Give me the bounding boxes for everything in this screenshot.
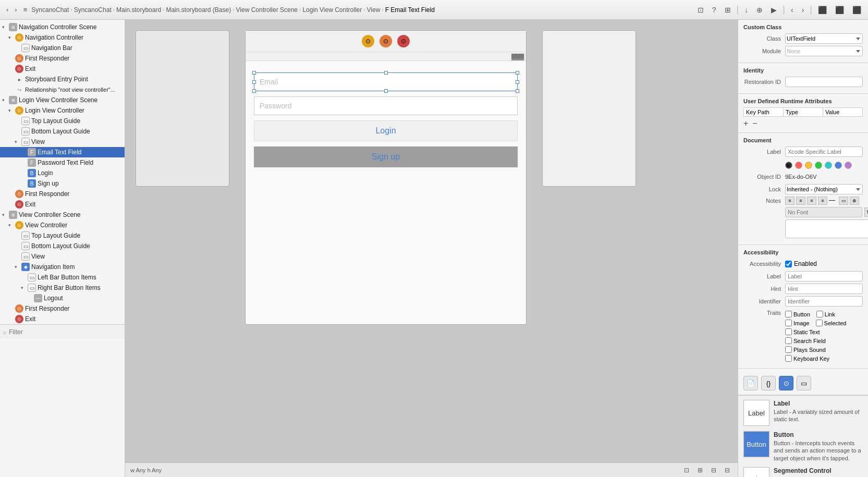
debug-toggle[interactable]: ⬛ (833, 5, 847, 15)
nav-item-navigation-item[interactable]: ◆ Navigation Item (0, 262, 125, 272)
breadcrumb-item-7[interactable]: View (367, 6, 381, 14)
zoom-fit-button[interactable]: ⊡ (681, 466, 692, 475)
nav-item-signup-btn[interactable]: B Sign up (0, 178, 125, 189)
nav-item-first-responder-3[interactable]: ⊙ First Responder (0, 303, 125, 314)
accessibility-enabled-checkbox[interactable] (785, 261, 792, 267)
nav-item-password-text-field[interactable]: F Password Text Field (0, 157, 125, 168)
trait-link-checkbox[interactable] (816, 311, 823, 317)
nav-item-view-1[interactable]: ▭ View (0, 137, 125, 147)
breadcrumb-item-5[interactable]: View Controller Scene (236, 6, 298, 14)
trait-search-field-checkbox[interactable] (785, 337, 792, 344)
color-blue[interactable] (835, 162, 842, 169)
nav-item-login-btn[interactable]: B Login (0, 168, 125, 178)
nav-item-relationship[interactable]: ↪ Relationship "root view controller"... (0, 84, 125, 95)
notes-img-btn[interactable]: ▭ (839, 197, 848, 205)
remove-attribute-button[interactable]: − (752, 119, 757, 128)
nav-section-login-scene[interactable]: ⊞ Login View Controller Scene (0, 95, 125, 105)
nav-item-left-bar[interactable]: ▭ Left Bar Button Items (0, 272, 125, 283)
nav-item-bottom-layout-1[interactable]: ▭ Bottom Layout Guide (0, 126, 125, 137)
add-button[interactable]: ⊞ (722, 5, 733, 15)
font-size-up-btn[interactable]: T↑ (864, 207, 868, 217)
breadcrumb-item-8[interactable]: F Email Text Field (385, 6, 435, 14)
align-right-btn[interactable]: ≡ (807, 197, 816, 205)
align-button[interactable]: ⊟ (722, 466, 732, 475)
align-justify-btn[interactable]: ≡ (818, 197, 827, 205)
nav-section-nav-controller-scene[interactable]: ⊞ Navigation Controller Scene (0, 22, 125, 32)
align-center-btn[interactable]: ≡ (796, 197, 805, 205)
lock-select[interactable]: Inherited - (Nothing) (785, 184, 863, 194)
trait-static-text-checkbox[interactable] (785, 328, 792, 335)
font-input[interactable] (785, 207, 862, 217)
canvas-mode-toggle[interactable]: w Any h Any (130, 467, 162, 473)
nav-item-first-responder-2[interactable]: ⊙ First Responder (0, 189, 125, 199)
device-button[interactable]: ⊕ (754, 5, 765, 15)
signup-button[interactable]: Sign up (254, 146, 518, 167)
forward-button[interactable]: › (13, 5, 19, 15)
notes-link-btn[interactable]: ⊕ (850, 197, 859, 205)
notes-textarea[interactable] (785, 219, 868, 238)
nav-item-first-responder-1[interactable]: ⊙ First Responder (0, 53, 125, 64)
breadcrumb-item-3[interactable]: Main.storyboard (116, 6, 161, 14)
restoration-id-input[interactable] (785, 77, 863, 87)
nav-item-top-layout-2[interactable]: ▭ Top Layout Guide (0, 230, 125, 241)
breadcrumb-item-6[interactable]: Login View Controller (302, 6, 362, 14)
nav-item-view-controller[interactable]: ⊙ View Controller (0, 220, 125, 230)
nav-item-top-layout-1[interactable]: ▭ Top Layout Guide (0, 116, 125, 126)
module-select[interactable]: None (785, 46, 863, 56)
trait-plays-sound-checkbox[interactable] (785, 346, 792, 353)
trait-button-checkbox[interactable] (785, 311, 792, 317)
align-left-btn[interactable]: ≡ (785, 197, 794, 205)
back-button[interactable]: ‹ (4, 5, 10, 15)
acc-identifier-input[interactable] (785, 296, 863, 307)
doc-icon-rect[interactable]: ▭ (797, 376, 811, 390)
canvas-area[interactable]: ⊙ ⊙ ⊙ ▓▓▓ (125, 20, 738, 462)
run-button[interactable]: ▶ (768, 5, 779, 15)
prev-issue-button[interactable]: ‹ (788, 5, 796, 15)
color-cyan[interactable] (825, 162, 832, 169)
nav-item-exit-3[interactable]: ⊙ Exit (0, 314, 125, 324)
trait-selected-checkbox[interactable] (816, 320, 823, 326)
nav-item-nav-controller[interactable]: ⊙ Navigation Controller (0, 32, 125, 43)
filter-input[interactable] (9, 328, 121, 336)
nav-item-email-text-field[interactable]: F Email Text Field (0, 147, 125, 157)
nav-item-storyboard-entry[interactable]: ▸ Storyboard Entry Point (0, 74, 125, 84)
breadcrumb-item-4[interactable]: Main.storyboard (Base) (166, 6, 231, 14)
password-text-field[interactable]: Password (254, 96, 518, 115)
nav-item-exit-2[interactable]: ⊙ Exit (0, 199, 125, 210)
next-issue-button[interactable]: › (799, 5, 807, 15)
scheme-button[interactable]: ⊡ (695, 5, 706, 15)
nav-item-logout[interactable]: — Logout (0, 293, 125, 303)
email-text-field[interactable]: Email (254, 72, 518, 91)
trait-image-checkbox[interactable] (785, 320, 792, 326)
doc-icon-code[interactable]: {} (761, 376, 776, 390)
nav-toggle[interactable]: ≡ (21, 5, 30, 15)
acc-hint-input[interactable] (785, 284, 863, 294)
color-red[interactable] (795, 162, 802, 169)
inspector-toggle[interactable]: ⬛ (850, 5, 864, 15)
color-yellow[interactable] (805, 162, 812, 169)
label-input[interactable] (785, 146, 863, 157)
color-purple[interactable] (845, 162, 852, 169)
acc-label-input[interactable] (785, 271, 863, 282)
nav-section-vc-scene[interactable]: ⊞ View Controller Scene (0, 210, 125, 220)
nav-item-exit-1[interactable]: ⊙ Exit (0, 64, 125, 74)
class-select[interactable]: UITextField (785, 33, 863, 44)
doc-icon-file[interactable]: 📄 (743, 376, 758, 390)
nav-item-bottom-layout-2[interactable]: ▭ Bottom Layout Guide (0, 241, 125, 251)
breadcrumb-item-1[interactable]: SyncanoChat (31, 6, 69, 14)
doc-icon-circle[interactable]: ⊙ (779, 376, 793, 390)
navigator-toggle[interactable]: ⬛ (815, 5, 829, 15)
login-button[interactable]: Login (254, 120, 518, 141)
color-x[interactable]: ✕ (785, 162, 792, 169)
nav-item-right-bar[interactable]: ▭ Right Bar Button Items (0, 283, 125, 293)
breadcrumb-item-2[interactable]: SyncanoChat (74, 6, 112, 14)
help-button[interactable]: ? (710, 5, 719, 15)
nav-item-login-controller[interactable]: ⊙ Login View Controller (0, 105, 125, 116)
zoom-out-button[interactable]: ⊟ (708, 466, 719, 475)
add-attribute-button[interactable]: + (743, 119, 748, 128)
nav-item-nav-bar[interactable]: ▭ Navigation Bar (0, 43, 125, 53)
color-green[interactable] (815, 162, 822, 169)
download-button[interactable]: ↓ (742, 5, 751, 15)
zoom-in-button[interactable]: ⊞ (695, 466, 705, 475)
trait-keyboard-key-checkbox[interactable] (785, 355, 792, 362)
